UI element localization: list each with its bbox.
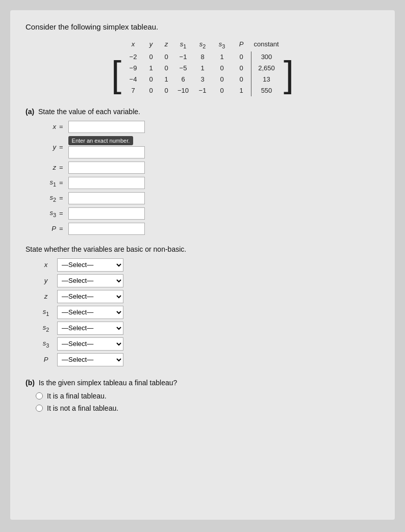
select-row-y: y —Select— basic non-basic xyxy=(41,274,379,287)
input-s1[interactable] xyxy=(68,177,145,189)
section-b-label: (b) Is the given simplex tableau a final… xyxy=(26,379,379,387)
select-label-z: z xyxy=(41,292,51,300)
left-bracket: [ xyxy=(111,56,121,92)
col-headers: x y z s1 s2 s3 P constant xyxy=(122,40,283,49)
select-z[interactable]: —Select— basic non-basic xyxy=(57,290,123,303)
tooltip-box: Enter an exact number. xyxy=(68,136,134,145)
select-row-s2: s2 —Select— basic non-basic xyxy=(41,322,379,335)
var-label-p: P xyxy=(41,225,56,232)
radio-yes-label[interactable]: It is a final tableau. xyxy=(47,392,107,400)
select-s3[interactable]: —Select— basic non-basic xyxy=(57,337,123,351)
var-row-z: z = xyxy=(41,162,379,174)
col-header-s1: s1 xyxy=(173,40,193,49)
input-z[interactable] xyxy=(68,162,145,174)
matrix-row-3: −4 0 1 6 3 0 0 13 xyxy=(123,74,282,85)
var-label-s1: s1 xyxy=(41,178,56,188)
select-row-s3: s3 —Select— basic non-basic xyxy=(41,337,379,351)
input-x[interactable] xyxy=(68,121,145,133)
select-x[interactable]: —Select— basic non-basic xyxy=(57,258,123,272)
select-row-x: x —Select— basic non-basic xyxy=(41,258,379,272)
tooltip-wrapper-y: Enter an exact number. xyxy=(68,136,145,158)
col-header-p: P xyxy=(232,40,251,49)
right-bracket: ] xyxy=(284,56,294,92)
select-label-s2: s2 xyxy=(41,324,51,333)
state-prompt: State whether the variables are basic or… xyxy=(26,245,379,253)
section-b: (b) Is the given simplex tableau a final… xyxy=(26,379,379,412)
matrix-row-1: −2 0 0 −1 8 1 0 300 xyxy=(123,51,282,63)
var-row-p: P = xyxy=(41,223,379,235)
input-s2[interactable] xyxy=(68,192,145,204)
select-y[interactable]: —Select— basic non-basic xyxy=(57,274,123,287)
select-row-p: P —Select— basic non-basic xyxy=(41,353,379,366)
var-label-z: z xyxy=(41,164,56,171)
select-row-z: z —Select— basic non-basic xyxy=(41,290,379,303)
tableau-container: [ x y z s1 s2 s3 P constant −2 0 0 xyxy=(111,40,294,96)
select-label-s1: s1 xyxy=(41,308,51,317)
matrix-row-4: 7 0 0 −10 −1 0 1 550 xyxy=(123,85,282,96)
input-y[interactable] xyxy=(68,146,145,158)
tableau-wrapper: [ x y z s1 s2 s3 P constant −2 0 0 xyxy=(26,40,379,96)
select-label-s3: s3 xyxy=(41,339,51,349)
select-label-y: y xyxy=(41,277,51,284)
col-header-s2: s2 xyxy=(193,40,212,49)
col-header-s3: s3 xyxy=(212,40,232,49)
var-label-x: x xyxy=(41,123,56,130)
section-a-label: (a) State the value of each variable. xyxy=(26,108,379,116)
var-row-s2: s2 = xyxy=(41,192,379,204)
select-grid: x —Select— basic non-basic y —Select— ba… xyxy=(41,258,379,366)
select-s2[interactable]: —Select— basic non-basic xyxy=(57,322,123,335)
var-label-s3: s3 xyxy=(41,209,56,218)
var-row-x: x = xyxy=(41,121,379,133)
var-row-y: y = Enter an exact number. xyxy=(41,136,379,158)
radio-option-yes: It is a final tableau. xyxy=(36,392,379,400)
page-title: Consider the following simplex tableau. xyxy=(26,22,379,31)
input-s3[interactable] xyxy=(68,207,145,220)
var-row-s3: s3 = xyxy=(41,207,379,220)
select-s1[interactable]: —Select— basic non-basic xyxy=(57,306,123,319)
matrix-inner: x y z s1 s2 s3 P constant −2 0 0 −1 8 1 xyxy=(122,40,283,96)
radio-is-final[interactable] xyxy=(36,392,43,400)
var-row-s1: s1 = xyxy=(41,177,379,189)
radio-option-no: It is not a final tableau. xyxy=(36,404,379,412)
page-container: Consider the following simplex tableau. … xyxy=(10,10,395,520)
var-label-y: y xyxy=(41,143,56,151)
col-header-z: z xyxy=(159,40,173,49)
select-label-x: x xyxy=(41,261,51,269)
select-row-s1: s1 —Select— basic non-basic xyxy=(41,306,379,319)
col-header-constant: constant xyxy=(251,40,282,49)
input-p[interactable] xyxy=(68,223,145,235)
var-label-s2: s2 xyxy=(41,194,56,203)
select-label-p: P xyxy=(41,356,51,363)
matrix-row-2: −9 1 0 −5 1 0 0 2,650 xyxy=(123,63,282,74)
radio-not-final[interactable] xyxy=(36,405,43,412)
select-p[interactable]: —Select— basic non-basic xyxy=(57,353,123,366)
col-header-x: x xyxy=(123,40,143,49)
radio-no-label[interactable]: It is not a final tableau. xyxy=(47,404,118,412)
variables-grid: x = y = Enter an exact number. z = s1 = xyxy=(41,121,379,235)
col-header-y: y xyxy=(143,40,159,49)
